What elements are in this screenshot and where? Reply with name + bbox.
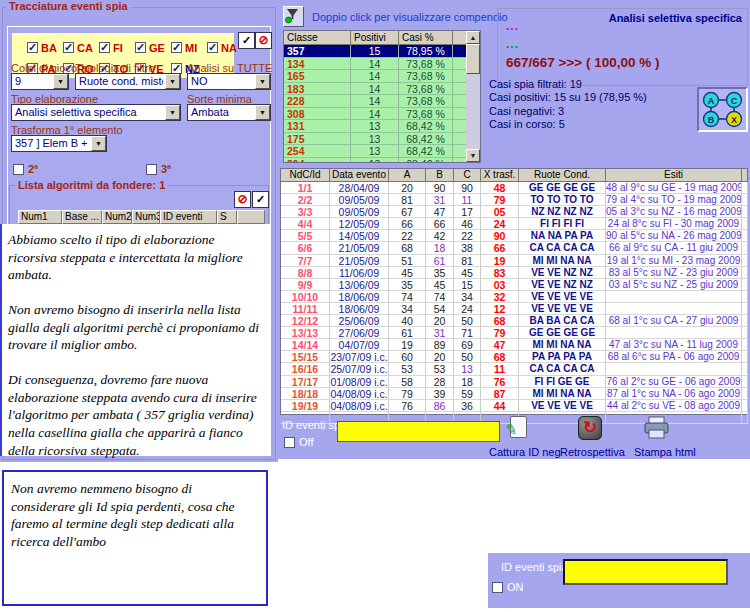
table-row[interactable]: 17/1701/08/09 i.c.58281876FI FI GE GE76 … xyxy=(281,376,747,388)
compendio-row[interactable]: 3081473,68 % xyxy=(284,108,480,121)
retrospettiva-button[interactable]: ↻ xyxy=(578,416,602,440)
tipo-elaborazione-select[interactable]: Analisi selettiva specifica ▼ xyxy=(11,104,181,121)
id-eventi-input-2[interactable] xyxy=(563,559,728,585)
table-row[interactable]: 10/1018/06/0974743432VE VE VE VE xyxy=(281,291,747,303)
table-row[interactable]: 19/1904/08/09 i.c.76863644VE VE VE VE44 … xyxy=(281,400,747,412)
algo-clear-button[interactable]: ⊘ xyxy=(234,191,251,208)
region-toggle-ge[interactable]: ✓GE xyxy=(135,42,171,54)
table-cell: 90 xyxy=(454,182,481,194)
table-cell: 79 al 4°c su TO - 19 mag 2009 xyxy=(606,194,742,206)
compendio-row[interactable]: 2541368,42 % xyxy=(284,145,480,158)
region-toggle-fi[interactable]: ✓FI xyxy=(99,42,135,54)
region-label: MI xyxy=(185,42,197,54)
compendio-row[interactable]: 2281473,68 % xyxy=(284,95,480,108)
off-checkbox[interactable]: Off xyxy=(284,436,313,448)
table-cell: 53 xyxy=(426,363,454,375)
table-cell xyxy=(742,182,748,194)
table-row[interactable]: 18/1804/08/09 i.c.79395987MI MI NA NA87 … xyxy=(281,388,747,400)
table-cell: VE VE NZ NZ xyxy=(519,267,606,279)
table-cell: FI FI GE GE xyxy=(519,376,606,388)
table-row[interactable]: 15/1523/07/09 i.c.60205068PA PA PA PA68 … xyxy=(281,351,747,363)
combo-value: Analisi selettiva specifica xyxy=(15,106,163,118)
table-cell xyxy=(742,230,748,242)
combo-value: NO xyxy=(191,75,253,87)
table-row[interactable]: 12/1225/06/0940205068BA BA CA CA68 al 1°… xyxy=(281,315,747,327)
table-cell: 20 xyxy=(389,182,426,194)
scrollbar[interactable]: ▲ ▼ xyxy=(466,31,480,162)
table-cell: 45 xyxy=(454,267,481,279)
compendio-row[interactable]: 1651473,68 % xyxy=(284,70,480,83)
chevron-down-icon[interactable]: ▼ xyxy=(91,136,106,151)
scroll-up-icon[interactable]: ▲ xyxy=(466,31,480,44)
table-cell: 12/05/09 xyxy=(330,218,389,230)
compendio-cell: 13 xyxy=(351,120,399,133)
table-row[interactable]: 4/412/05/0966664624FI FI FI FI24 al 8°c … xyxy=(281,218,747,230)
clear-all-button[interactable]: ⊘ xyxy=(255,32,272,49)
chevron-down-icon[interactable]: ▼ xyxy=(255,74,270,89)
stampa-html-label: Stampa html xyxy=(634,446,690,458)
table-row[interactable]: 3/309/05/0967471705NZ NZ NZ NZ05 al 3°c … xyxy=(281,206,747,218)
table-row[interactable]: 5/514/05/0922422290NA NA PA PA90 al 5°c … xyxy=(281,230,747,242)
compendio-row[interactable]: 1341473,68 % xyxy=(284,58,480,71)
table-cell: 21/05/09 xyxy=(330,242,389,254)
compendio-row[interactable]: 3571578,95 % xyxy=(284,45,480,58)
scroll-down-icon[interactable]: ▼ xyxy=(466,149,480,162)
cattura-id-neg-button[interactable]: ✎ xyxy=(507,416,529,441)
analysis-headline: 667/667 >>> ( 100,00 % ) xyxy=(506,55,660,70)
compendio-row[interactable]: 1751368,42 % xyxy=(284,133,480,146)
option-3-checkbox[interactable]: 3ª xyxy=(146,163,171,175)
table-cell: 74 xyxy=(426,291,454,303)
table-cell: 31 xyxy=(426,327,454,339)
compendio-button[interactable] xyxy=(283,6,304,27)
option-2-checkbox[interactable]: 2ª xyxy=(13,163,38,175)
chevron-down-icon[interactable]: ▼ xyxy=(255,105,270,120)
node-diagram-icon: A B C X xyxy=(699,89,746,130)
table-cell: 9/9 xyxy=(281,279,330,291)
stampa-html-button[interactable] xyxy=(642,415,672,441)
table-cell: 25/06/09 xyxy=(330,315,389,327)
table-cell: 16/16 xyxy=(281,363,330,375)
table-row[interactable]: 1/128/04/0920909048GE GE GE GE48 al 9°c … xyxy=(281,182,747,194)
scrollbar-thumb[interactable] xyxy=(466,44,480,74)
chevron-down-icon[interactable]: ▼ xyxy=(53,74,68,89)
region-toggle-ba[interactable]: ✓BA xyxy=(27,42,63,54)
analysis-stat: Casi negativi: 3 xyxy=(489,105,647,118)
table-cell: 17 xyxy=(454,206,481,218)
region-toggle-ca[interactable]: ✓CA xyxy=(63,42,99,54)
table-row[interactable]: 7/721/05/0951618119MI MI NA NA19 al 1°c … xyxy=(281,255,747,267)
table-row[interactable]: 16/1625/07/09 i.c.53531311CA CA CA CA xyxy=(281,363,747,375)
table-row[interactable]: 6/621/05/0968183866CA CA CA CA66 al 9°c … xyxy=(281,242,747,254)
combo-value: Ruote cond. miste xyxy=(79,75,163,87)
compendio-cell: 13 xyxy=(351,158,399,164)
table-row[interactable]: 14/1404/07/0919896947MI MI NA NA47 al 3°… xyxy=(281,339,747,351)
sorte-minima-select[interactable]: Ambata ▼ xyxy=(187,104,271,121)
table-row[interactable]: 11/1118/06/0934542412VE VE VE VE xyxy=(281,303,747,315)
compendio-row[interactable]: 1311368,42 % xyxy=(284,120,480,133)
region-toggle-mi[interactable]: ✓MI xyxy=(171,42,207,54)
table-row[interactable]: 8/811/06/0945354583VE VE NZ NZ83 al 5°c … xyxy=(281,267,747,279)
table-cell: 2/2 xyxy=(281,194,330,206)
algo-check-button[interactable]: ✓ xyxy=(252,191,269,208)
table-cell: 04/08/09 i.c. xyxy=(330,400,389,412)
table-row[interactable]: 13/1327/06/0961317179GE GE GE GE xyxy=(281,327,747,339)
compendio-row[interactable]: 3941368,42 % xyxy=(284,158,480,164)
table-row[interactable]: 2/209/05/0981311179TO TO TO TO79 al 4°c … xyxy=(281,194,747,206)
id-eventi-input[interactable] xyxy=(337,421,500,442)
table-row[interactable]: 9/913/06/0935451503VE VE NZ NZ03 al 5°c … xyxy=(281,279,747,291)
compendio-cell: 14 xyxy=(351,108,399,121)
analysis-stat: Casi spia filtrati: 19 xyxy=(489,78,647,91)
colpi-di-gioco-select[interactable]: 9 ▼ xyxy=(11,73,69,90)
table-cell: 18/06/09 xyxy=(330,303,389,315)
compendio-cell: 14 xyxy=(351,83,399,96)
select-all-button[interactable]: ✓ xyxy=(238,32,255,49)
analisi-su-tutte-select[interactable]: NO ▼ xyxy=(187,73,271,90)
tipologia-filtro-select[interactable]: Ruote cond. miste ▼ xyxy=(75,73,181,90)
trasforma-elemento-select[interactable]: 357 ] Elem B + 48 ▼ xyxy=(11,135,107,152)
table-cell: 90 xyxy=(426,182,454,194)
compendio-cell: 13 xyxy=(351,133,399,146)
chevron-down-icon[interactable]: ▼ xyxy=(165,105,180,120)
chevron-down-icon[interactable]: ▼ xyxy=(165,74,180,89)
table-cell: 20 xyxy=(426,315,454,327)
on-checkbox[interactable]: ON xyxy=(492,581,524,593)
compendio-row[interactable]: 1831473,68 % xyxy=(284,83,480,96)
